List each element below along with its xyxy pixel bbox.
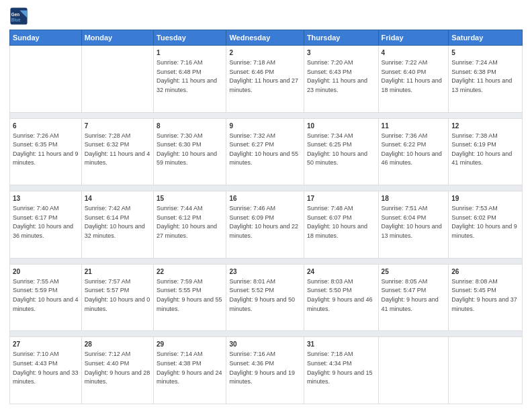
- calendar-week-row: 6Sunrise: 7:26 AM Sunset: 6:35 PM Daylig…: [10, 118, 523, 185]
- calendar-cell: 28Sunrise: 7:12 AM Sunset: 4:40 PM Dayli…: [81, 337, 153, 404]
- day-number: 27: [13, 340, 79, 349]
- calendar-cell: 5Sunrise: 7:24 AM Sunset: 6:38 PM Daylig…: [449, 46, 523, 113]
- day-info: Sunrise: 7:42 AM Sunset: 6:14 PM Dayligh…: [85, 205, 145, 239]
- day-info: Sunrise: 8:08 AM Sunset: 5:45 PM Dayligh…: [451, 278, 517, 312]
- day-info: Sunrise: 7:12 AM Sunset: 4:40 PM Dayligh…: [85, 351, 150, 385]
- day-info: Sunrise: 7:18 AM Sunset: 6:46 PM Dayligh…: [229, 59, 298, 93]
- calendar-week-row: 1Sunrise: 7:16 AM Sunset: 6:48 PM Daylig…: [10, 46, 523, 113]
- day-info: Sunrise: 7:16 AM Sunset: 4:36 PM Dayligh…: [229, 351, 295, 385]
- day-info: Sunrise: 7:26 AM Sunset: 6:35 PM Dayligh…: [13, 132, 79, 167]
- logo-icon: Gen Blue: [9, 7, 28, 26]
- day-info: Sunrise: 7:51 AM Sunset: 6:04 PM Dayligh…: [382, 205, 442, 239]
- calendar-cell: 21Sunrise: 7:57 AM Sunset: 5:57 PM Dayli…: [81, 264, 153, 331]
- calendar-cell: 6Sunrise: 7:26 AM Sunset: 6:35 PM Daylig…: [10, 118, 82, 185]
- header: Gen Blue: [9, 7, 523, 26]
- calendar-cell: 13Sunrise: 7:40 AM Sunset: 6:17 PM Dayli…: [10, 191, 82, 259]
- day-info: Sunrise: 7:53 AM Sunset: 6:02 PM Dayligh…: [451, 205, 517, 239]
- day-number: 22: [157, 267, 223, 277]
- day-info: Sunrise: 7:16 AM Sunset: 6:48 PM Dayligh…: [157, 59, 217, 93]
- day-number: 31: [307, 340, 375, 349]
- calendar-cell: 12Sunrise: 7:38 AM Sunset: 6:19 PM Dayli…: [449, 118, 523, 185]
- calendar-week-row: 27Sunrise: 7:10 AM Sunset: 4:43 PM Dayli…: [10, 337, 523, 404]
- calendar-cell: 14Sunrise: 7:42 AM Sunset: 6:14 PM Dayli…: [81, 191, 153, 259]
- day-number: 15: [157, 194, 223, 203]
- header-day: Thursday: [304, 30, 378, 46]
- day-number: 18: [382, 194, 446, 203]
- day-info: Sunrise: 7:36 AM Sunset: 6:22 PM Dayligh…: [382, 132, 442, 167]
- calendar-cell: 18Sunrise: 7:51 AM Sunset: 6:04 PM Dayli…: [378, 191, 449, 259]
- day-number: 3: [307, 48, 375, 58]
- calendar-cell: [10, 46, 82, 113]
- calendar-cell: 2Sunrise: 7:18 AM Sunset: 6:46 PM Daylig…: [226, 46, 304, 113]
- day-info: Sunrise: 8:05 AM Sunset: 5:47 PM Dayligh…: [382, 278, 439, 312]
- day-number: 4: [382, 48, 446, 58]
- header-day: Saturday: [449, 30, 523, 46]
- calendar-cell: [378, 337, 449, 404]
- week-separator: [10, 112, 523, 118]
- day-info: Sunrise: 7:55 AM Sunset: 5:59 PM Dayligh…: [13, 278, 79, 312]
- calendar-cell: 29Sunrise: 7:14 AM Sunset: 4:38 PM Dayli…: [154, 337, 226, 404]
- day-number: 25: [382, 267, 446, 277]
- day-number: 1: [157, 48, 223, 58]
- week-separator: [10, 258, 523, 264]
- day-info: Sunrise: 7:22 AM Sunset: 6:40 PM Dayligh…: [382, 59, 442, 93]
- header-day: Tuesday: [154, 30, 226, 46]
- calendar-cell: 24Sunrise: 8:03 AM Sunset: 5:50 PM Dayli…: [304, 264, 378, 331]
- day-info: Sunrise: 7:32 AM Sunset: 6:27 PM Dayligh…: [229, 132, 298, 167]
- calendar-cell: 26Sunrise: 8:08 AM Sunset: 5:45 PM Dayli…: [449, 264, 523, 331]
- day-number: 7: [85, 122, 150, 131]
- logo: Gen Blue: [9, 7, 31, 26]
- day-info: Sunrise: 7:44 AM Sunset: 6:12 PM Dayligh…: [157, 205, 217, 239]
- calendar-cell: 4Sunrise: 7:22 AM Sunset: 6:40 PM Daylig…: [378, 46, 449, 113]
- calendar-cell: 10Sunrise: 7:34 AM Sunset: 6:25 PM Dayli…: [304, 118, 378, 185]
- calendar-week-row: 20Sunrise: 7:55 AM Sunset: 5:59 PM Dayli…: [10, 264, 523, 331]
- day-info: Sunrise: 7:28 AM Sunset: 6:32 PM Dayligh…: [85, 132, 150, 167]
- calendar-cell: 3Sunrise: 7:20 AM Sunset: 6:43 PM Daylig…: [304, 46, 378, 113]
- day-number: 23: [229, 267, 300, 277]
- day-number: 12: [451, 122, 519, 131]
- day-number: 2: [229, 48, 300, 58]
- calendar-table: SundayMondayTuesdayWednesdayThursdayFrid…: [9, 30, 523, 404]
- calendar-cell: 8Sunrise: 7:30 AM Sunset: 6:30 PM Daylig…: [154, 118, 226, 185]
- header-day: Sunday: [10, 30, 82, 46]
- day-number: 16: [229, 194, 300, 203]
- calendar-cell: 7Sunrise: 7:28 AM Sunset: 6:32 PM Daylig…: [81, 118, 153, 185]
- calendar-cell: 25Sunrise: 8:05 AM Sunset: 5:47 PM Dayli…: [378, 264, 449, 331]
- day-info: Sunrise: 8:03 AM Sunset: 5:50 PM Dayligh…: [307, 278, 373, 312]
- calendar-cell: 1Sunrise: 7:16 AM Sunset: 6:48 PM Daylig…: [154, 46, 226, 113]
- day-number: 10: [307, 122, 375, 131]
- day-number: 29: [157, 340, 223, 349]
- calendar-cell: 11Sunrise: 7:36 AM Sunset: 6:22 PM Dayli…: [378, 118, 449, 185]
- calendar-cell: [81, 46, 153, 113]
- header-day: Wednesday: [226, 30, 304, 46]
- day-number: 26: [451, 267, 519, 277]
- calendar-cell: 20Sunrise: 7:55 AM Sunset: 5:59 PM Dayli…: [10, 264, 82, 331]
- day-number: 11: [382, 122, 446, 131]
- calendar-cell: 16Sunrise: 7:46 AM Sunset: 6:09 PM Dayli…: [226, 191, 304, 259]
- day-number: 13: [13, 194, 79, 203]
- day-info: Sunrise: 8:01 AM Sunset: 5:52 PM Dayligh…: [229, 278, 295, 312]
- day-info: Sunrise: 7:59 AM Sunset: 5:55 PM Dayligh…: [157, 278, 222, 312]
- calendar-cell: 30Sunrise: 7:16 AM Sunset: 4:36 PM Dayli…: [226, 337, 304, 404]
- svg-text:Blue: Blue: [11, 17, 21, 22]
- day-number: 8: [157, 122, 223, 131]
- day-info: Sunrise: 7:40 AM Sunset: 6:17 PM Dayligh…: [13, 205, 73, 239]
- day-info: Sunrise: 7:48 AM Sunset: 6:07 PM Dayligh…: [307, 205, 367, 239]
- day-number: 20: [13, 267, 79, 277]
- day-number: 17: [307, 194, 375, 203]
- header-day: Monday: [81, 30, 153, 46]
- page: Gen Blue SundayMondayTuesdayWednesdayThu…: [0, 0, 532, 411]
- calendar-cell: 17Sunrise: 7:48 AM Sunset: 6:07 PM Dayli…: [304, 191, 378, 259]
- day-number: 30: [229, 340, 300, 349]
- week-separator: [10, 185, 523, 191]
- day-number: 28: [85, 340, 150, 349]
- day-info: Sunrise: 7:46 AM Sunset: 6:09 PM Dayligh…: [229, 205, 298, 239]
- day-info: Sunrise: 7:20 AM Sunset: 6:43 PM Dayligh…: [307, 59, 367, 93]
- day-number: 19: [451, 194, 519, 203]
- svg-text:Gen: Gen: [11, 12, 19, 17]
- day-number: 24: [307, 267, 375, 277]
- day-info: Sunrise: 7:38 AM Sunset: 6:19 PM Dayligh…: [451, 132, 512, 167]
- calendar-cell: [449, 337, 523, 404]
- day-info: Sunrise: 7:14 AM Sunset: 4:38 PM Dayligh…: [157, 351, 222, 385]
- day-info: Sunrise: 7:57 AM Sunset: 5:57 PM Dayligh…: [85, 278, 150, 312]
